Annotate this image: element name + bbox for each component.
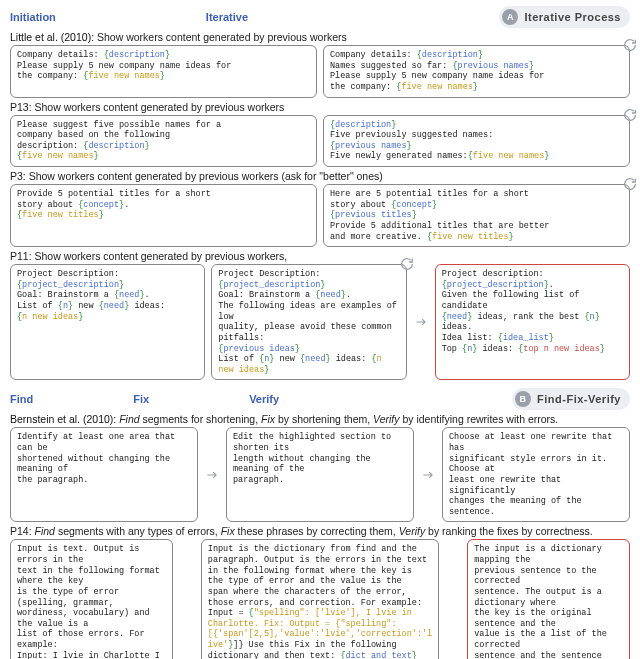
p13-left-text: Please suggest five possible names for a… [17, 120, 221, 162]
stage-labels-b: Find Fix Verify [10, 393, 279, 405]
arrow-icon [420, 427, 436, 522]
p13-left: Please suggest five possible names for a… [10, 115, 317, 168]
stage-fix: Fix [133, 393, 149, 405]
source-a-cols: Company details: {description}Please sup… [10, 45, 630, 98]
p11-mid: Project Description: {project_descriptio… [211, 264, 406, 380]
p3-right-text: Here are 5 potential titles for a shorts… [330, 189, 549, 242]
s-b-da: Find [119, 413, 139, 425]
badge-b-letter: B [515, 391, 531, 407]
src-b-b: Edit the highlighted section to shorten … [226, 427, 414, 522]
src-b-c: Choose at least one rewrite that hassign… [442, 427, 630, 522]
arrow-icon [179, 539, 195, 659]
p11-left-text: Project Description: {project_descriptio… [17, 269, 165, 322]
stage-labels-a: Initiation Iterative [10, 11, 248, 23]
s-b-db: Fix [261, 413, 275, 425]
badge-a-letter: A [502, 9, 518, 25]
section-a-header: Initiation Iterative A Iterative Process [10, 6, 630, 28]
p11-right: Project description:{project_description… [435, 264, 630, 380]
p11-right-text: Project description:{project_description… [442, 269, 605, 353]
src-a-right: Company details: {description}Names sugg… [323, 45, 630, 98]
p13-right-text: {description}Five previously suggested n… [330, 120, 549, 162]
p14-c: The input is a dictionary mapping thepre… [467, 539, 630, 659]
p11-left: Project Description: {project_descriptio… [10, 264, 205, 380]
p14-a: Input is text. Output is errors in thete… [10, 539, 173, 659]
p13-cols: Please suggest five possible names for a… [10, 115, 630, 168]
p13-right: {description}Five previously suggested n… [323, 115, 630, 168]
src-b-a: Identify at least one area that can besh… [10, 427, 198, 522]
p14-title-text: P14: Find segments with any types of err… [10, 525, 593, 537]
arrow-icon [413, 264, 429, 380]
src-b-b-text: Edit the highlighted section to shorten … [233, 432, 391, 485]
p3-left-text: Provide 5 potential titles for a shortst… [17, 189, 211, 220]
p3-right: Here are 5 potential titles for a shorts… [323, 184, 630, 247]
source-b-cols: Identify at least one area that can besh… [10, 427, 630, 522]
p13-title: P13: Show workers content generated by p… [10, 101, 630, 113]
loop-icon [399, 256, 415, 272]
src-b-c-text: Choose at least one rewrite that hassign… [449, 432, 612, 516]
p14-a-text: Input is text. Output is errors in thete… [17, 544, 165, 659]
source-b: Bernstein et al. (2010): Find segments f… [10, 413, 630, 425]
p11-cols: Project Description: {project_descriptio… [10, 264, 630, 380]
p3-left: Provide 5 potential titles for a shortst… [10, 184, 317, 247]
source-b-cite: Bernstein et al. (2010): [10, 413, 119, 425]
stage-find: Find [10, 393, 33, 405]
p14-cols: Input is text. Output is errors in thete… [10, 539, 630, 659]
stage-initiation: Initiation [10, 11, 56, 23]
source-a-cite: Little et al. (2010): [10, 31, 97, 43]
s-b-dc: Verify [373, 413, 399, 425]
badge-b: B Find-Fix-Verify [512, 388, 630, 410]
p3-cols: Provide 5 potential titles for a shortst… [10, 184, 630, 247]
p11-mid-text: Project Description: {project_descriptio… [218, 269, 397, 375]
s-b-db2: by shortening them, [275, 413, 373, 425]
p3-title: P3: Show workers content generated by pr… [10, 170, 630, 182]
stage-iterative: Iterative [206, 11, 248, 23]
p14-b-text: Input is the dictionary from find and th… [208, 544, 432, 659]
section-b-header: Find Fix Verify B Find-Fix-Verify [10, 388, 630, 410]
stage-verify: Verify [249, 393, 279, 405]
src-a-left-text: Company details: {description}Please sup… [17, 50, 231, 81]
p11-title: P11: Show workers content generated by p… [10, 250, 630, 262]
p14-b: Input is the dictionary from find and th… [201, 539, 439, 659]
badge-a-label: Iterative Process [524, 11, 621, 23]
loop-icon [622, 176, 638, 192]
badge-a: A Iterative Process [499, 6, 630, 28]
p14-c-text: The input is a dictionary mapping thepre… [474, 544, 622, 659]
src-b-a-text: Identify at least one area that can besh… [17, 432, 175, 485]
source-a-desc: Show workers content generated by previo… [97, 31, 347, 43]
arrow-icon [445, 539, 461, 659]
p14-title: P14: Find segments with any types of err… [10, 525, 630, 537]
s-b-da2: segments for shortening, [140, 413, 261, 425]
section-findfixverify: Find Fix Verify B Find-Fix-Verify Bernst… [10, 388, 630, 659]
section-iterative: Initiation Iterative A Iterative Process… [10, 6, 630, 380]
arrow-icon [204, 427, 220, 522]
s-b-dc2: by identifying rewrites with errors. [400, 413, 559, 425]
loop-icon [622, 37, 638, 53]
badge-b-label: Find-Fix-Verify [537, 393, 621, 405]
loop-icon [622, 107, 638, 123]
src-a-left: Company details: {description}Please sup… [10, 45, 317, 98]
source-a: Little et al. (2010): Show workers conte… [10, 31, 630, 43]
src-a-right-text: Company details: {description}Names sugg… [330, 50, 544, 92]
